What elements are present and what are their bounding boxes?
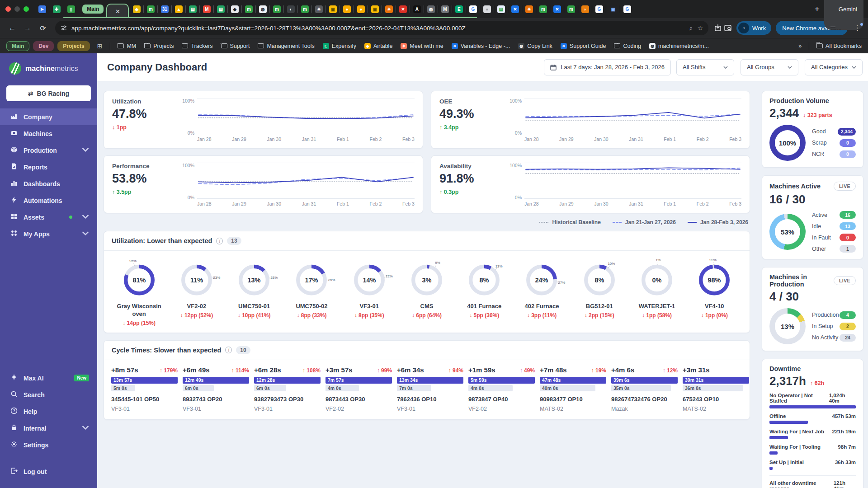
browser-tab[interactable]: ◐ (285, 3, 297, 15)
filter-select-all-shifts[interactable]: All Shifts (676, 59, 734, 75)
cycle-time-entry[interactable]: +1m 59s↑ 49% 5m 59s 4m 0s 9873847 OP40 V… (468, 366, 535, 412)
browser-tab[interactable]: ◍ (425, 3, 437, 15)
info-icon[interactable]: i (225, 347, 232, 353)
cycle-time-entry[interactable]: +3m 57s↑ 99% 7m 57s 4m 0s 9873443 OP30 V… (326, 366, 392, 412)
pinned-tab-1[interactable]: ➤ (36, 3, 48, 15)
omnibox[interactable]: app.machinemetrics.com/app/company?quick… (55, 21, 708, 35)
chrome-menu-button[interactable]: ⋮ (852, 24, 863, 32)
browser-tab[interactable]: E (453, 3, 465, 15)
browser-tab[interactable]: m (145, 3, 156, 15)
profile-chip[interactable]: ◔ Work (736, 21, 771, 35)
sidebar-item-internal[interactable]: Internal (0, 420, 97, 436)
close-window-button[interactable] (5, 6, 11, 12)
url-text[interactable]: app.machinemetrics.com/app/company?quick… (71, 25, 685, 32)
browser-tab[interactable]: m (537, 3, 549, 15)
machine-donut-402-furnace[interactable]: 27%24% 402 Furnace ↓ 3pp (11%) (513, 255, 571, 326)
bookmark-variables-edge-[interactable]: ✕Variables - Edge -... (452, 43, 510, 49)
org-switcher-button[interactable]: ⇄BG Racing (6, 85, 91, 101)
browser-tab[interactable]: ✳ (313, 3, 325, 15)
sidebar-item-reports[interactable]: Reports (0, 159, 97, 175)
browser-tab[interactable]: m (299, 3, 311, 15)
zoom-window-button[interactable] (24, 6, 29, 12)
side-panel-icon[interactable] (724, 24, 732, 32)
info-icon[interactable]: i (216, 238, 223, 244)
machine-donut-bg512-01[interactable]: 10%8% BG512-01 ↓ 2pp (15%) (571, 255, 628, 326)
tab-group-chip-projects[interactable]: Projects (57, 41, 90, 51)
back-button[interactable]: ← (5, 21, 19, 35)
apps-grid-icon[interactable]: ⊞ (97, 42, 103, 50)
active-tab[interactable]: ✕ (106, 4, 129, 18)
browser-tab[interactable]: M (439, 3, 451, 15)
sidebar-item-production[interactable]: Production (0, 142, 97, 159)
sidebar-item-max-ai[interactable]: Max AI New (0, 370, 97, 386)
filter-select-all-categories[interactable]: All Categories (805, 59, 863, 75)
browser-tab[interactable]: ● (355, 3, 367, 15)
browser-tab[interactable]: m (565, 3, 577, 15)
browser-tab[interactable]: 31 (159, 3, 170, 15)
all-bookmarks-button[interactable]: All Bookmarks (816, 43, 862, 49)
save-share-icon[interactable] (714, 24, 722, 32)
bookmarks-overflow-button[interactable]: » (798, 43, 802, 49)
window-controls[interactable] (5, 6, 29, 12)
browser-tab[interactable]: m (271, 3, 283, 15)
machinemetrics-logo[interactable]: machinemetrics (0, 53, 97, 81)
cycle-time-entry[interactable]: +7m 48s↑ 19% 47m 48s 40m 0s 90983477 OP1… (540, 366, 606, 412)
browser-tab[interactable]: ◍ (257, 3, 269, 15)
machine-donut-umc750-01[interactable]: 23%13% UMC750-01 ↓ 10pp (41%) (226, 255, 283, 326)
sidebar-item-settings[interactable]: Settings (0, 436, 97, 453)
browser-tab[interactable]: ▣ (369, 3, 381, 15)
browser-tab[interactable]: G (621, 3, 633, 15)
machine-donut-vf3-01[interactable]: 22%14% VF3-01 ↓ 8pp (35%) (340, 255, 398, 326)
machine-donut-cms[interactable]: 9%3% CMS ↓ 6pp (64%) (398, 255, 455, 326)
bookmark-machinemetrics-m-[interactable]: ◍machinemetrics/m... (649, 43, 709, 49)
date-range-picker[interactable]: Last 7 days: Jan 28, 2026 - Feb 3, 2026 (544, 59, 671, 75)
cycle-time-entry[interactable]: +4m 6s↑ 12% 39m 6s 35m 0s 982674732476 O… (611, 366, 678, 412)
lens-search-icon[interactable]: ⌕ (689, 24, 693, 32)
sidebar-item-help[interactable]: ? Help (0, 403, 97, 420)
machine-donut-vf4-10[interactable]: 99%98% VF4-10 ↓ 1pp (0%) (686, 255, 743, 326)
browser-tab[interactable]: ✕ (397, 3, 409, 15)
browser-tab[interactable]: ▣ (327, 3, 339, 15)
cycle-time-entry[interactable]: +8m 57s↑ 179% 13m 57s 5m 0s 345445-101 O… (111, 366, 178, 412)
tab-group-chip-main[interactable]: Main (6, 41, 29, 51)
browser-tab[interactable]: ✳ (383, 3, 395, 15)
machine-donut-waterjet-1[interactable]: 1%0% WATERJET-1 ↓ 1pp (58%) (628, 255, 685, 326)
bookmark-management-tools[interactable]: Management Tools (258, 43, 314, 49)
new-tab-button[interactable]: + (810, 4, 824, 14)
bookmark-trackers[interactable]: Trackers (182, 43, 212, 49)
browser-tab[interactable]: ▤ (215, 3, 226, 15)
sidebar-item-machines[interactable]: Machines (0, 125, 97, 142)
browser-tab[interactable]: G (593, 3, 605, 15)
browser-tab[interactable]: M (201, 3, 212, 15)
sidebar-item-logout[interactable]: Log out (0, 463, 97, 480)
browser-tab[interactable]: ▲ (173, 3, 184, 15)
browser-tab[interactable]: m (243, 3, 255, 15)
bookmark-star-icon[interactable]: ☆ (698, 24, 703, 32)
browser-tab[interactable]: ▤ (187, 3, 198, 15)
tab-group-main[interactable]: Main (82, 5, 104, 14)
bookmark-airtable[interactable]: ◆Airtable (364, 43, 392, 49)
browser-tab[interactable]: A (411, 3, 423, 15)
cycle-time-entry[interactable]: +3m 31s 39m 31s 36m 0s 675243 OP10 MATS-… (683, 366, 749, 412)
browser-tab[interactable]: G (467, 3, 479, 15)
machine-donut-gray-wisconsin-oven[interactable]: 95%81% Gray Wisconsin oven ↓ 14pp (15%) (110, 255, 168, 326)
bookmark-meet-with-me[interactable]: ✳Meet with me (401, 43, 443, 49)
sidebar-item-dashboards[interactable]: Dashboards (0, 175, 97, 192)
machine-donut-401-furnace[interactable]: 13%8% 401 Furnace ↓ 5pp (36%) (456, 255, 513, 326)
bookmark-expensify[interactable]: EExpensify (323, 43, 356, 49)
reload-button[interactable]: ⟳ (36, 21, 50, 35)
bookmark-support-guide[interactable]: ✕Support Guide (561, 43, 606, 49)
minimize-window-button[interactable] (14, 6, 20, 12)
site-settings-icon[interactable] (61, 25, 67, 31)
browser-tab[interactable]: ◆ (229, 3, 241, 15)
bookmark-coding[interactable]: Coding (614, 43, 641, 49)
browser-tab[interactable]: ▣ (607, 3, 619, 15)
cycle-time-entry[interactable]: +6m 28s↑ 108% 12m 28s 6m 0s 9382793473 O… (254, 366, 321, 412)
sidebar-item-search[interactable]: Search (0, 386, 97, 403)
cycle-time-entry[interactable]: +6m 49s↑ 114% 12m 49s 6m 0s 8932743 OP20… (183, 366, 249, 412)
sidebar-item-automations[interactable]: Automations (0, 192, 97, 209)
sidebar-item-my-apps[interactable]: My Apps (0, 225, 97, 242)
filter-select-all-groups[interactable]: All Groups (741, 59, 798, 75)
browser-tab[interactable]: ✕ (551, 3, 563, 15)
browser-tab[interactable]: ✕ (509, 3, 521, 15)
